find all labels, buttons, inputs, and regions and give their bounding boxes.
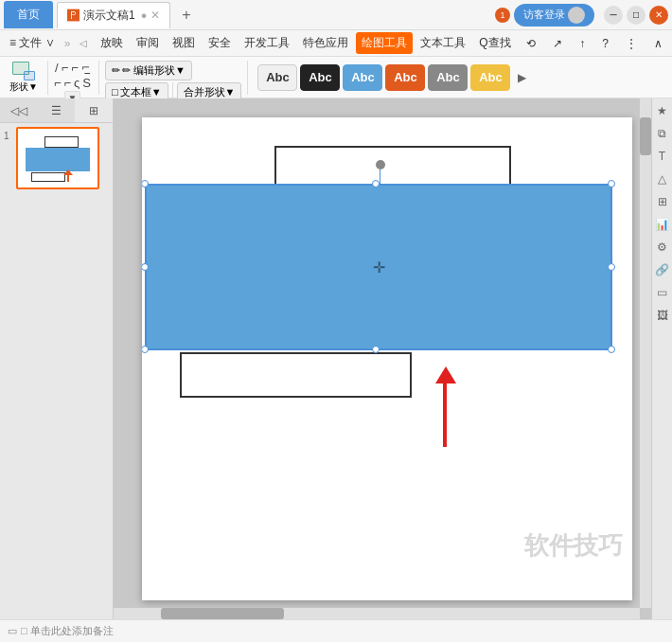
maximize-button[interactable]: □: [627, 6, 645, 25]
handle-br[interactable]: [608, 346, 615, 353]
line-icon-2[interactable]: ⌐: [62, 61, 69, 75]
rp-icon-copy[interactable]: ⧉: [654, 125, 671, 142]
tab-close-icon[interactable]: ✕: [150, 9, 160, 22]
menu-breadcrumb-start: ◁: [74, 35, 93, 51]
add-tab-button[interactable]: +: [176, 7, 196, 24]
menu-file[interactable]: ≡ 文件 ∨: [4, 32, 61, 54]
line-icon-7[interactable]: ς: [74, 76, 80, 90]
menu-search[interactable]: Q查找: [473, 32, 516, 54]
left-panel: ◁◁ ☰ ⊞ 1: [0, 98, 114, 619]
abc-expand-button[interactable]: ▶: [518, 71, 526, 84]
arrowhead: [435, 366, 456, 383]
rect-bottom-outline[interactable]: [180, 352, 412, 398]
panel-tabs: ◁◁ ☰ ⊞: [0, 98, 113, 123]
menu-special[interactable]: 特色应用: [297, 32, 354, 54]
notification-badge[interactable]: 1: [495, 8, 510, 23]
handle-bc[interactable]: [372, 346, 380, 353]
text-box-label: 文本框▼: [120, 85, 162, 99]
menu-devtools[interactable]: 开发工具: [239, 32, 295, 54]
rp-icon-star[interactable]: ★: [654, 102, 671, 119]
ppt-icon: 🅿: [67, 9, 80, 23]
menu-icon-help[interactable]: ?: [596, 34, 614, 53]
abc-style-btn-0[interactable]: Abc: [257, 64, 297, 91]
shape-label: 形状▼: [9, 80, 38, 94]
arrow-shaft: [443, 381, 447, 447]
rp-icon-link[interactable]: 🔗: [654, 261, 671, 278]
abc-style-btn-3[interactable]: Abc: [385, 64, 425, 91]
rotate-line: [380, 169, 380, 185]
rp-icon-image[interactable]: 🖼: [654, 307, 671, 324]
menu-icon-up[interactable]: ↑: [574, 34, 591, 53]
rp-icon-box[interactable]: ▭: [654, 284, 671, 301]
handle-mr[interactable]: [608, 263, 615, 271]
rp-icon-filter[interactable]: ⚙: [654, 239, 671, 256]
abc-style-btn-5[interactable]: Abc: [470, 64, 510, 91]
edit-shape-button[interactable]: ✏ ✏ 编辑形状▼: [105, 61, 192, 80]
slide-thumbnail[interactable]: [16, 127, 99, 189]
handle-tc[interactable]: [372, 180, 380, 187]
slide-number: 1: [4, 131, 13, 141]
abc-style-btn-4[interactable]: Abc: [428, 64, 468, 91]
minimize-button[interactable]: ─: [604, 6, 623, 25]
toolbar: 形状▼ / ⌐ ⌐ ⌐̲ ⌐ ⌐ ς S ▼ ✏ ✏ 编辑形状▼ □ 文本: [0, 57, 672, 98]
login-button[interactable]: 访客登录: [514, 4, 594, 27]
menu-view[interactable]: 视图: [167, 32, 201, 54]
menu-icon-collapse[interactable]: ∧: [648, 34, 668, 53]
edit-icon: ✏: [112, 64, 120, 77]
line-icon-1[interactable]: /: [55, 61, 59, 75]
avatar: [568, 7, 585, 24]
tab-doc[interactable]: 🅿 演示文稿1 ● ✕: [57, 2, 170, 28]
line-icon-6[interactable]: ⌐: [64, 76, 72, 90]
mini-rect-bottom: [31, 172, 65, 182]
vertical-scrollbar[interactable]: [640, 98, 651, 608]
menubar: ≡ 文件 ∨ » ◁ 放映 审阅 视图 安全 开发工具 特色应用 绘图工具 文本…: [0, 30, 672, 57]
slides-panel: 1: [0, 123, 113, 619]
vscroll-thumb[interactable]: [640, 117, 651, 155]
hscroll-thumb[interactable]: [161, 608, 284, 619]
menu-icon-more[interactable]: ⋮: [620, 34, 643, 53]
shape-button[interactable]: 形状▼: [6, 60, 42, 96]
line-icon-5[interactable]: ⌐: [54, 76, 62, 90]
rp-icon-grid[interactable]: ⊞: [654, 193, 671, 210]
move-cursor-icon: ✛: [373, 259, 385, 276]
note-placeholder: □ 单击此处添加备注: [21, 624, 114, 638]
add-note-area[interactable]: ▭ □ 单击此处添加备注: [0, 619, 672, 642]
line-icon-3[interactable]: ⌐: [71, 61, 79, 75]
abc-style-btn-2[interactable]: Abc: [343, 64, 382, 91]
tab-dot: ●: [141, 9, 148, 21]
line-icon-4[interactable]: ⌐̲: [81, 62, 90, 74]
menu-draw-tools[interactable]: 绘图工具: [356, 32, 413, 54]
menu-playback[interactable]: 放映: [95, 32, 129, 54]
menu-icon-share[interactable]: ↗: [547, 34, 568, 53]
handle-tr[interactable]: [608, 180, 615, 187]
note-icon: ▭: [8, 625, 17, 637]
panel-tab-list[interactable]: ☰: [38, 98, 76, 122]
blue-rectangle[interactable]: ✛: [147, 186, 610, 348]
rp-icon-text[interactable]: T: [654, 148, 671, 165]
mini-arrowhead: [63, 169, 73, 175]
tab-home[interactable]: 首页: [4, 1, 53, 28]
titlebar: 首页 🅿 演示文稿1 ● ✕ + 1 访客登录 ─ □ ✕: [0, 0, 672, 30]
line-row-1: / ⌐ ⌐ ⌐̲: [55, 61, 90, 75]
rotate-handle[interactable]: [376, 160, 385, 169]
abc-styles-group: AbcAbcAbcAbcAbcAbc: [257, 64, 510, 91]
close-button[interactable]: ✕: [649, 6, 668, 25]
slide-item-1[interactable]: 1: [4, 127, 109, 189]
shape-icon: [12, 62, 35, 80]
handle-bl[interactable]: [142, 346, 149, 353]
abc-style-btn-1[interactable]: Abc: [300, 64, 340, 91]
menu-text-tools[interactable]: 文本工具: [415, 32, 471, 54]
abc-expand-icon: ▶: [518, 71, 526, 84]
rp-icon-shape[interactable]: △: [654, 170, 671, 187]
panel-tab-grid[interactable]: ⊞: [75, 98, 113, 122]
menu-review[interactable]: 审阅: [131, 32, 165, 54]
canvas-area: ✛: [114, 98, 651, 619]
menu-icon-refresh[interactable]: ⟲: [521, 34, 541, 53]
mini-rect-top: [44, 136, 79, 148]
line-icon-8[interactable]: S: [82, 76, 91, 90]
rp-icon-chart[interactable]: 📊: [654, 216, 671, 233]
horizontal-scrollbar[interactable]: [114, 608, 640, 619]
slide-content: ✛: [142, 117, 632, 600]
menu-security[interactable]: 安全: [203, 32, 237, 54]
panel-toggle-collapse[interactable]: ◁◁: [0, 98, 38, 122]
